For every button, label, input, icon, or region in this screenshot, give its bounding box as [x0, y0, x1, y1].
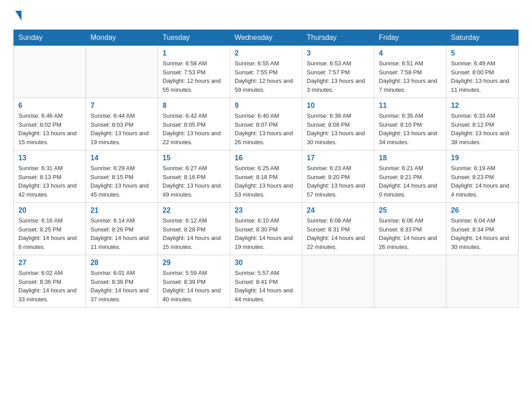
calendar-cell: 17Sunrise: 6:23 AMSunset: 8:20 PMDayligh… [302, 150, 374, 203]
weekday-header-row: SundayMondayTuesdayWednesdayThursdayFrid… [14, 30, 519, 46]
calendar-cell [302, 255, 374, 308]
day-number: 16 [235, 154, 297, 162]
day-info: Sunrise: 6:21 AMSunset: 8:21 PMDaylight:… [379, 164, 442, 199]
day-number: 13 [18, 154, 81, 162]
day-info: Sunrise: 6:29 AMSunset: 8:15 PMDaylight:… [90, 164, 153, 199]
calendar-cell: 21Sunrise: 6:14 AMSunset: 8:26 PMDayligh… [86, 203, 158, 255]
day-number: 23 [235, 206, 297, 214]
day-number: 27 [18, 259, 81, 267]
calendar-cell [374, 255, 446, 308]
day-info: Sunrise: 5:59 AMSunset: 8:39 PMDaylight:… [163, 269, 225, 304]
day-number: 24 [307, 206, 369, 214]
day-number: 8 [163, 102, 225, 110]
day-number: 21 [90, 206, 153, 214]
week-row-3: 13Sunrise: 6:31 AMSunset: 8:13 PMDayligh… [14, 150, 519, 203]
calendar-cell: 25Sunrise: 6:06 AMSunset: 8:33 PMDayligh… [374, 203, 446, 255]
week-row-5: 27Sunrise: 6:02 AMSunset: 8:36 PMDayligh… [14, 255, 519, 308]
calendar-cell: 14Sunrise: 6:29 AMSunset: 8:15 PMDayligh… [86, 150, 158, 203]
day-info: Sunrise: 6:51 AMSunset: 7:58 PMDaylight:… [379, 59, 442, 94]
day-number: 25 [379, 206, 442, 214]
day-number: 1 [163, 49, 225, 57]
day-number: 4 [379, 49, 442, 57]
weekday-header-wednesday: Wednesday [230, 30, 302, 46]
calendar-cell: 8Sunrise: 6:42 AMSunset: 8:05 PMDaylight… [158, 98, 230, 150]
calendar-cell: 18Sunrise: 6:21 AMSunset: 8:21 PMDayligh… [374, 150, 446, 203]
day-info: Sunrise: 6:12 AMSunset: 8:28 PMDaylight:… [163, 216, 225, 251]
day-info: Sunrise: 6:06 AMSunset: 8:33 PMDaylight:… [379, 216, 442, 251]
calendar-cell: 7Sunrise: 6:44 AMSunset: 8:03 PMDaylight… [86, 98, 158, 150]
day-number: 28 [90, 259, 153, 267]
calendar-cell: 29Sunrise: 5:59 AMSunset: 8:39 PMDayligh… [158, 255, 230, 308]
day-info: Sunrise: 6:55 AMSunset: 7:55 PMDaylight:… [235, 59, 297, 94]
calendar-cell [446, 255, 519, 308]
weekday-header-sunday: Sunday [14, 30, 86, 46]
day-info: Sunrise: 6:25 AMSunset: 8:18 PMDaylight:… [235, 164, 297, 199]
calendar-cell: 1Sunrise: 6:58 AMSunset: 7:53 PMDaylight… [158, 46, 230, 98]
day-number: 2 [235, 49, 297, 57]
day-info: Sunrise: 6:04 AMSunset: 8:34 PMDaylight:… [451, 216, 514, 251]
day-number: 15 [163, 154, 225, 162]
day-info: Sunrise: 6:35 AMSunset: 8:10 PMDaylight:… [379, 111, 442, 146]
calendar-cell: 23Sunrise: 6:10 AMSunset: 8:30 PMDayligh… [230, 203, 302, 255]
day-number: 7 [90, 102, 153, 110]
logo [13, 9, 21, 21]
day-info: Sunrise: 6:08 AMSunset: 8:31 PMDaylight:… [307, 216, 369, 251]
day-info: Sunrise: 5:57 AMSunset: 8:41 PMDaylight:… [235, 269, 297, 304]
day-number: 12 [451, 102, 514, 110]
weekday-header-monday: Monday [86, 30, 158, 46]
calendar-cell: 3Sunrise: 6:53 AMSunset: 7:57 PMDaylight… [302, 46, 374, 98]
day-info: Sunrise: 6:01 AMSunset: 8:38 PMDaylight:… [90, 269, 153, 304]
day-info: Sunrise: 6:58 AMSunset: 7:53 PMDaylight:… [163, 59, 225, 94]
logo-arrow-icon [15, 11, 21, 21]
day-number: 20 [18, 206, 81, 214]
calendar-cell: 16Sunrise: 6:25 AMSunset: 8:18 PMDayligh… [230, 150, 302, 203]
calendar-cell: 24Sunrise: 6:08 AMSunset: 8:31 PMDayligh… [302, 203, 374, 255]
weekday-header-friday: Friday [374, 30, 446, 46]
day-info: Sunrise: 6:33 AMSunset: 8:12 PMDaylight:… [451, 111, 514, 146]
page-header [13, 9, 519, 21]
day-number: 3 [307, 49, 369, 57]
weekday-header-saturday: Saturday [446, 30, 519, 46]
day-number: 29 [163, 259, 225, 267]
calendar-cell: 20Sunrise: 6:16 AMSunset: 8:25 PMDayligh… [14, 203, 86, 255]
day-info: Sunrise: 6:38 AMSunset: 8:08 PMDaylight:… [307, 111, 369, 146]
day-info: Sunrise: 6:02 AMSunset: 8:36 PMDaylight:… [18, 269, 81, 304]
day-info: Sunrise: 6:16 AMSunset: 8:25 PMDaylight:… [18, 216, 81, 251]
day-number: 9 [235, 102, 297, 110]
week-row-4: 20Sunrise: 6:16 AMSunset: 8:25 PMDayligh… [14, 203, 519, 255]
day-info: Sunrise: 6:46 AMSunset: 8:02 PMDaylight:… [18, 111, 81, 146]
day-info: Sunrise: 6:40 AMSunset: 8:07 PMDaylight:… [235, 111, 297, 146]
calendar-cell: 13Sunrise: 6:31 AMSunset: 8:13 PMDayligh… [14, 150, 86, 203]
day-info: Sunrise: 6:19 AMSunset: 8:23 PMDaylight:… [451, 164, 514, 199]
calendar-cell: 30Sunrise: 5:57 AMSunset: 8:41 PMDayligh… [230, 255, 302, 308]
day-number: 10 [307, 102, 369, 110]
calendar-table: SundayMondayTuesdayWednesdayThursdayFrid… [13, 30, 519, 308]
calendar-cell: 11Sunrise: 6:35 AMSunset: 8:10 PMDayligh… [374, 98, 446, 150]
day-number: 30 [235, 259, 297, 267]
weekday-header-thursday: Thursday [302, 30, 374, 46]
day-info: Sunrise: 6:42 AMSunset: 8:05 PMDaylight:… [163, 111, 225, 146]
day-number: 18 [379, 154, 442, 162]
calendar-cell: 26Sunrise: 6:04 AMSunset: 8:34 PMDayligh… [446, 203, 519, 255]
calendar-cell [86, 46, 158, 98]
calendar-cell: 19Sunrise: 6:19 AMSunset: 8:23 PMDayligh… [446, 150, 519, 203]
day-info: Sunrise: 6:14 AMSunset: 8:26 PMDaylight:… [90, 216, 153, 251]
week-row-2: 6Sunrise: 6:46 AMSunset: 8:02 PMDaylight… [14, 98, 519, 150]
day-info: Sunrise: 6:10 AMSunset: 8:30 PMDaylight:… [235, 216, 297, 251]
day-number: 19 [451, 154, 514, 162]
calendar-cell: 27Sunrise: 6:02 AMSunset: 8:36 PMDayligh… [14, 255, 86, 308]
day-number: 17 [307, 154, 369, 162]
day-number: 22 [163, 206, 225, 214]
day-number: 11 [379, 102, 442, 110]
calendar-cell: 22Sunrise: 6:12 AMSunset: 8:28 PMDayligh… [158, 203, 230, 255]
day-info: Sunrise: 6:44 AMSunset: 8:03 PMDaylight:… [90, 111, 153, 146]
weekday-header-tuesday: Tuesday [158, 30, 230, 46]
day-number: 5 [451, 49, 514, 57]
calendar-cell: 5Sunrise: 6:49 AMSunset: 8:00 PMDaylight… [446, 46, 519, 98]
week-row-1: 1Sunrise: 6:58 AMSunset: 7:53 PMDaylight… [14, 46, 519, 98]
day-info: Sunrise: 6:23 AMSunset: 8:20 PMDaylight:… [307, 164, 369, 199]
day-info: Sunrise: 6:31 AMSunset: 8:13 PMDaylight:… [18, 164, 81, 199]
calendar-cell: 10Sunrise: 6:38 AMSunset: 8:08 PMDayligh… [302, 98, 374, 150]
day-info: Sunrise: 6:27 AMSunset: 8:16 PMDaylight:… [163, 164, 225, 199]
day-info: Sunrise: 6:49 AMSunset: 8:00 PMDaylight:… [451, 59, 514, 94]
